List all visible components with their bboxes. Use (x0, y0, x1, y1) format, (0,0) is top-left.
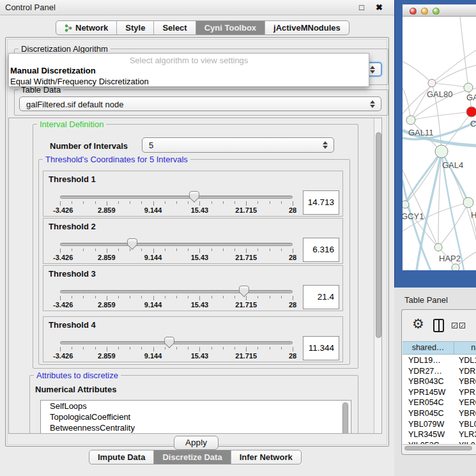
network-node[interactable] (434, 243, 442, 251)
threshold-value-field[interactable]: 11.344 (303, 336, 339, 360)
tab-discretize-data[interactable]: Discretize Data (153, 450, 230, 464)
slider-tick-labels: -3.4262.8599.14415.4321.71528 (60, 206, 293, 214)
network-node[interactable] (452, 264, 459, 270)
top-tab-bar: NetworkStyleSelectCyni ToolboxjActiveMNo… (56, 20, 349, 35)
network-node[interactable] (464, 83, 473, 92)
table-row[interactable]: YDL19…YDL1 (403, 355, 476, 366)
network-edge (460, 17, 468, 88)
dropdown-placeholder-item[interactable]: Select algorithm to view settings (9, 54, 369, 65)
network-node[interactable] (466, 107, 476, 117)
table-row[interactable]: YPR145WYPR1 (403, 387, 476, 398)
control-panel-window: Control Panel □ ✖ NetworkStyleSelectCyni… (0, 0, 394, 476)
tab-select[interactable]: Select (153, 21, 195, 35)
slider-ticks (60, 201, 293, 206)
table-cell: YER0 (455, 397, 476, 408)
network-node[interactable] (435, 145, 448, 158)
slider-track[interactable] (60, 196, 293, 199)
slider-track[interactable] (60, 341, 293, 344)
float-window-icon[interactable]: □ (359, 3, 364, 12)
table-cell: YBR0 (455, 376, 476, 387)
settings-vertical-scrollbar[interactable] (374, 118, 382, 434)
threshold-panel-1: Threshold 1-3.4262.8599.14415.4321.71528… (43, 171, 343, 217)
table-data-combobox[interactable]: galFiltered.sif default node (19, 96, 381, 111)
table-panel-area: Table Panel ⚙ shared…name YDL19…YDL1YDR2… (394, 288, 476, 476)
tab-infer-network[interactable]: Infer Network (231, 450, 301, 464)
number-of-intervals-value: 5 (149, 141, 153, 150)
table-cell: YDR2 (455, 366, 476, 377)
attribute-list-item[interactable]: TopologicalCoefficient (41, 411, 351, 422)
network-node-label: C (470, 119, 476, 128)
tab-jactivemnodules[interactable]: jActiveMNodules (265, 21, 349, 35)
slider-thumb[interactable] (127, 238, 137, 246)
checkbox-icon[interactable] (459, 323, 465, 328)
network-view-canvas[interactable]: GAL80GACGAL11GAL4GCY1HHAP2 (403, 17, 476, 270)
table-row[interactable]: YBR043CYBR0 (403, 376, 476, 387)
slider-thumb[interactable] (189, 191, 199, 199)
attributes-list-scrollbar[interactable] (342, 402, 349, 434)
close-window-icon[interactable]: ✖ (376, 3, 383, 12)
dropdown-option-equal-width[interactable]: Equal Width/Frequency Discretization (9, 76, 369, 87)
slider-track[interactable] (60, 290, 293, 293)
network-node[interactable] (463, 197, 473, 208)
table-row[interactable]: YLR345WYLR3 (403, 429, 476, 440)
settings-scrollbar-thumb[interactable] (376, 132, 381, 338)
slider-thumb[interactable] (164, 337, 174, 344)
checkbox-icon[interactable] (452, 323, 457, 328)
apply-button[interactable]: Apply (174, 436, 219, 450)
table-row[interactable]: YER054CYER0 (403, 397, 476, 408)
network-window-titlebar (403, 4, 476, 17)
gear-icon[interactable]: ⚙ (412, 316, 424, 332)
thresholds-group: Threshold's Coordinates for 5 Intervals … (38, 159, 350, 365)
table-cell: YBR0 (455, 408, 476, 419)
attributes-group-label: Attributes to discretize (34, 371, 121, 380)
node-table-panel: ⚙ shared…name YDL19…YDL1YDR27…YDR2YBR043… (401, 309, 476, 455)
close-traffic-light-icon[interactable] (410, 8, 417, 15)
network-node[interactable] (428, 79, 436, 87)
table-hscrollbar-thumb[interactable] (404, 446, 472, 450)
dropdown-option-manual[interactable]: Manual Discretization (9, 65, 369, 76)
slider-thumb[interactable] (239, 286, 249, 293)
tab-label: Network (75, 23, 108, 33)
table-column-header[interactable]: name (454, 341, 476, 355)
network-edge (438, 203, 468, 247)
network-node-label: H (471, 210, 476, 220)
table-row[interactable]: YDR27…YDR2 (403, 366, 476, 377)
table-horizontal-scrollbar[interactable] (403, 444, 476, 451)
attribute-list-item[interactable]: SelfLoops (41, 401, 351, 411)
threshold-value-field[interactable]: 14.713 (303, 190, 339, 215)
zoom-traffic-light-icon[interactable] (433, 8, 440, 15)
attribute-list-item[interactable]: BetweennessCentrality (41, 422, 351, 433)
slider-ticks (60, 347, 293, 352)
tab-network[interactable]: Network (56, 21, 116, 35)
table-header-row: shared…name (403, 341, 476, 355)
tab-label: Infer Network (240, 452, 293, 462)
network-node[interactable] (406, 116, 415, 125)
slider-track[interactable] (60, 243, 293, 246)
table-column-header[interactable]: shared… (403, 341, 454, 355)
threshold-value-field[interactable]: 21.4 (303, 285, 339, 309)
network-icon (65, 24, 72, 33)
attributes-scrollbar-thumb[interactable] (342, 403, 348, 434)
interval-definition-label: Interval Definition (37, 119, 106, 129)
table-row[interactable]: YBL079WYBL0 (403, 419, 476, 430)
network-window-frame: GAL80GACGAL11GAL4GCY1HHAP2 (394, 0, 476, 288)
network-edge (403, 88, 411, 120)
network-node[interactable] (403, 201, 409, 208)
number-of-intervals-spinner[interactable]: 5 (142, 137, 334, 153)
interval-definition-group: Interval Definition Number of Intervals … (33, 124, 358, 369)
network-graph: GAL80GACGAL11GAL4GCY1HHAP2 (403, 17, 476, 270)
threshold-label: Threshold 1 (49, 174, 96, 184)
threshold-value-field[interactable]: 6.316 (303, 238, 339, 262)
window-title: Control Panel (5, 3, 56, 12)
tab-impute-data[interactable]: Impute Data (89, 450, 153, 464)
minimize-traffic-light-icon[interactable] (421, 8, 428, 15)
table-row[interactable]: YBR045CYBR0 (403, 408, 476, 419)
control-panel-titlebar: Control Panel □ ✖ (0, 0, 394, 15)
numerical-attributes-list: SelfLoopsTopologicalCoefficientBetweenne… (40, 400, 351, 434)
table-cell: YLR345W (403, 429, 455, 440)
tab-cyni-toolbox[interactable]: Cyni Toolbox (196, 21, 265, 35)
column-layout-icon[interactable] (433, 319, 444, 332)
table-cell: YPR1 (455, 387, 476, 398)
tab-style[interactable]: Style (116, 21, 153, 35)
table-cell: YLR3 (455, 429, 476, 440)
